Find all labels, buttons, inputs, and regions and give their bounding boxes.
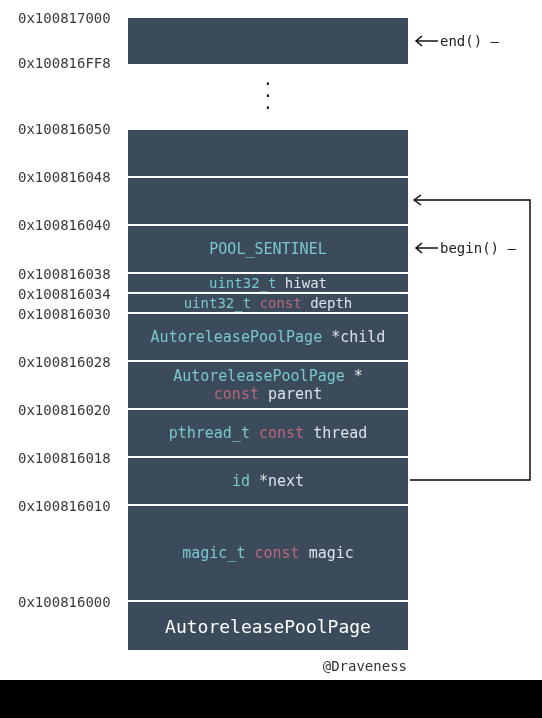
credit: @Draveness bbox=[323, 658, 407, 674]
bottom-bar bbox=[0, 680, 542, 718]
diagram: 0x100817000 0x100816FF8 ... 0x100816050 … bbox=[0, 0, 542, 718]
arrow-next-pointer bbox=[0, 0, 542, 718]
